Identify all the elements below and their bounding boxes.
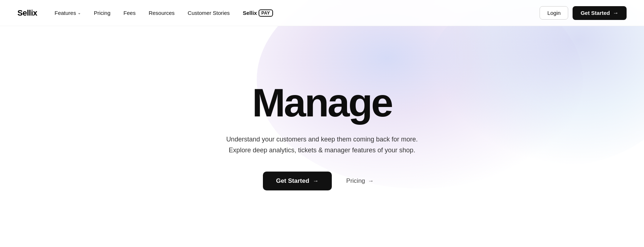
arrow-right-pricing-icon: → — [368, 178, 374, 184]
pricing-hero-button[interactable]: Pricing → — [339, 172, 381, 190]
logo[interactable]: Sellix — [17, 8, 37, 18]
nav-features-label: Features — [54, 10, 76, 16]
hero-subtitle-line2: Explore deep analytics, tickets & manage… — [229, 147, 415, 154]
hero-actions: Get Started → Pricing → — [263, 172, 381, 190]
nav-links: Features ⌄ Pricing Fees Resources Custom… — [54, 9, 540, 17]
get-started-nav-label: Get Started — [581, 10, 610, 16]
navbar: Sellix Features ⌄ Pricing Fees Resources… — [0, 0, 644, 26]
hero-title: Manage — [252, 83, 392, 123]
hero-content: Manage Understand your customers and kee… — [218, 83, 426, 190]
get-started-hero-button[interactable]: Get Started → — [263, 172, 332, 190]
get-started-hero-label: Get Started — [276, 177, 309, 185]
chevron-down-icon: ⌄ — [78, 11, 81, 15]
nav-pricing[interactable]: Pricing — [94, 10, 111, 16]
nav-resources[interactable]: Resources — [149, 10, 175, 16]
nav-fees[interactable]: Fees — [124, 10, 136, 16]
arrow-right-hero-icon: → — [313, 178, 319, 184]
hero-subtitle: Understand your customers and keep them … — [226, 134, 418, 156]
hero-subtitle-line1: Understand your customers and keep them … — [226, 136, 418, 143]
arrow-right-icon: → — [613, 10, 619, 16]
sellix-pay-brand: Sellix — [243, 10, 257, 16]
nav-customer-stories[interactable]: Customer Stories — [188, 10, 230, 16]
sellix-pay-link[interactable]: Sellix PAY — [243, 9, 273, 17]
pricing-hero-label: Pricing — [346, 177, 365, 185]
hero-section: Manage Understand your customers and kee… — [0, 0, 644, 247]
pay-badge-label: PAY — [259, 9, 273, 17]
login-button[interactable]: Login — [540, 6, 568, 20]
nav-features[interactable]: Features ⌄ — [54, 10, 80, 16]
get-started-nav-button[interactable]: Get Started → — [573, 6, 627, 20]
navbar-actions: Login Get Started → — [540, 6, 627, 20]
